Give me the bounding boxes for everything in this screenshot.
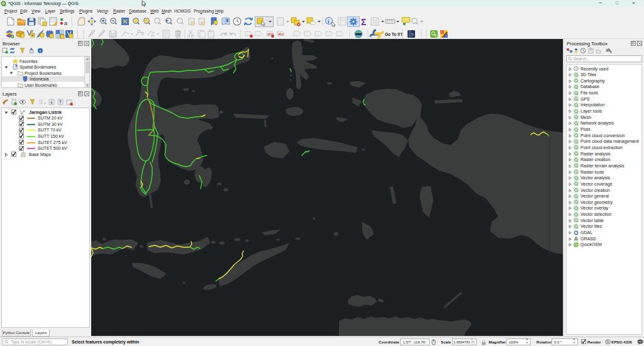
svg-text:abc: abc <box>278 32 284 36</box>
svg-text:a: a <box>64 20 67 26</box>
svg-text:i: i <box>40 48 41 53</box>
svg-text:fx: fx <box>151 33 155 38</box>
svg-text:?: ? <box>411 32 414 38</box>
svg-text:Go To XY: Go To XY <box>385 32 403 36</box>
svg-text:Σ: Σ <box>361 17 366 27</box>
